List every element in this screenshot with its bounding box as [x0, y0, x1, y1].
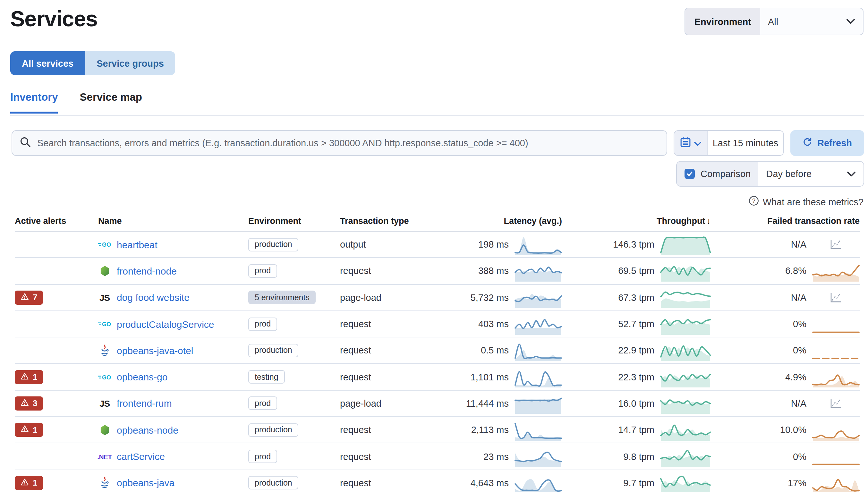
environment-badge: prod — [248, 317, 277, 331]
go-icon: GO — [98, 240, 111, 249]
environment-filter[interactable]: Environment All — [685, 8, 864, 35]
col-header-transaction-type[interactable]: Transaction type — [340, 216, 443, 226]
table-row: frontend-node prod request 388 ms 69.5 t… — [15, 258, 860, 285]
environment-badge: production — [248, 476, 299, 490]
failed-rate-cell: 10.0% — [711, 417, 860, 443]
warning-icon — [21, 425, 29, 435]
transaction-type-cell: page-load — [340, 292, 443, 302]
latency-cell: 5,732 ms — [443, 285, 562, 311]
svg-text:GO: GO — [102, 242, 111, 248]
quick-select-button[interactable] — [674, 131, 708, 155]
throughput-value: 9.7 tpm — [562, 478, 654, 488]
throughput-cell: 52.7 tpm — [562, 311, 711, 337]
transaction-type-cell: page-load — [340, 398, 443, 409]
svg-text:GO: GO — [102, 374, 111, 380]
failed-rate-sparkline — [812, 313, 860, 335]
service-name-cell: GO opbeans-go — [98, 371, 248, 382]
active-alerts-cell: 1 — [15, 476, 98, 490]
service-groups-button[interactable]: Service groups — [85, 51, 175, 75]
latency-value: 4,643 ms — [443, 478, 509, 488]
latency-cell: 1,101 ms — [443, 364, 562, 390]
failed-rate-value: 0% — [711, 345, 807, 356]
latency-value: 11,444 ms — [443, 398, 509, 409]
service-name-link[interactable]: productCatalogService — [117, 319, 214, 329]
tab-inventory[interactable]: Inventory — [10, 91, 58, 114]
metrics-help-link[interactable]: ? What are these metrics? — [749, 196, 864, 208]
all-services-button[interactable]: All services — [10, 51, 85, 75]
service-name-link[interactable]: opbeans-node — [117, 424, 178, 435]
failed-rate-value: N/A — [711, 292, 807, 302]
service-name-link[interactable]: dog food website — [117, 292, 190, 303]
failed-rate-cell: 0% — [711, 338, 860, 363]
throughput-cell: 14.7 tpm — [562, 417, 711, 443]
environment-cell: production — [248, 476, 340, 490]
active-alerts-badge[interactable]: 1 — [15, 370, 43, 384]
service-name-link[interactable]: opbeans-java-otel — [117, 345, 193, 356]
failed-rate-sparkline — [812, 472, 860, 492]
col-header-latency[interactable]: Latency (avg.) — [443, 216, 562, 226]
latency-sparkline — [515, 313, 562, 335]
throughput-sparkline — [660, 340, 711, 361]
environment-cell: testing — [248, 370, 340, 384]
calendar-icon — [680, 136, 691, 150]
table-row: .NET cartService prod request 23 ms 9.8 … — [15, 444, 860, 470]
failed-rate-value: 4.9% — [711, 372, 807, 382]
service-name-cell: frontend-node — [98, 266, 248, 276]
col-header-throughput[interactable]: Throughput↓ — [562, 216, 711, 226]
active-alerts-cell: 1 — [15, 370, 98, 384]
throughput-cell: 67.3 tpm — [562, 285, 711, 311]
service-name-link[interactable]: opbeans-java — [117, 477, 174, 489]
alert-count: 1 — [33, 478, 37, 488]
chevron-down-icon — [846, 19, 855, 24]
transaction-type-cell: request — [340, 345, 443, 356]
comparison-checkbox[interactable] — [685, 169, 695, 179]
latency-cell: 198 ms — [443, 231, 562, 257]
throughput-sparkline — [660, 261, 711, 281]
throughput-value: 69.5 tpm — [562, 266, 654, 276]
throughput-cell: 9.7 tpm — [562, 470, 711, 492]
tab-service-map[interactable]: Service map — [80, 91, 142, 114]
environment-filter-label: Environment — [686, 8, 760, 35]
table-row: 1 GO opbeans-go testing request 1,101 ms… — [15, 364, 860, 391]
search-input[interactable] — [37, 138, 659, 148]
service-name-link[interactable]: cartService — [117, 451, 165, 462]
no-data-chart-icon — [812, 393, 860, 414]
search-bar[interactable] — [11, 130, 667, 156]
metrics-help-label: What are these metrics? — [763, 197, 864, 207]
active-alerts-cell: 7 — [15, 290, 98, 304]
throughput-cell: 146.3 tpm — [562, 231, 711, 257]
latency-value: 0.5 ms — [443, 345, 509, 356]
throughput-sparkline — [660, 446, 711, 467]
failed-rate-sparkline — [812, 340, 860, 361]
active-alerts-badge[interactable]: 1 — [15, 476, 43, 490]
refresh-button[interactable]: Refresh — [790, 130, 864, 156]
latency-value: 1,101 ms — [443, 372, 509, 382]
latency-sparkline — [515, 446, 562, 467]
warning-icon — [21, 478, 29, 488]
col-header-active-alerts[interactable]: Active alerts — [15, 216, 98, 226]
environment-cell: production — [248, 238, 340, 251]
node-icon — [98, 266, 111, 276]
active-alerts-badge[interactable]: 7 — [15, 290, 43, 304]
col-header-failed-rate[interactable]: Failed transaction rate — [711, 216, 860, 226]
latency-cell: 0.5 ms — [443, 338, 562, 363]
service-name-link[interactable]: frontend-node — [117, 266, 177, 276]
col-header-name[interactable]: Name — [98, 216, 248, 226]
active-alerts-badge[interactable]: 1 — [15, 423, 43, 437]
latency-value: 5,732 ms — [443, 292, 509, 302]
latency-value: 388 ms — [443, 266, 509, 276]
service-name-cell: GO productCatalogService — [98, 319, 248, 329]
col-header-environment[interactable]: Environment — [248, 216, 340, 226]
time-range-value[interactable]: Last 15 minutes — [708, 131, 783, 155]
java-icon — [98, 477, 111, 489]
latency-value: 2,113 ms — [443, 425, 509, 435]
service-name-link[interactable]: frontend-rum — [117, 398, 172, 409]
transaction-type-cell: request — [340, 266, 443, 276]
service-name-cell: opbeans-java — [98, 477, 248, 489]
service-name-link[interactable]: heartbeat — [117, 239, 157, 250]
service-name-link[interactable]: opbeans-go — [117, 371, 168, 382]
comparison-select[interactable]: Day before — [758, 162, 864, 186]
active-alerts-badge[interactable]: 3 — [15, 396, 43, 411]
service-name-cell: JS dog food website — [98, 292, 248, 303]
latency-sparkline — [515, 287, 562, 308]
